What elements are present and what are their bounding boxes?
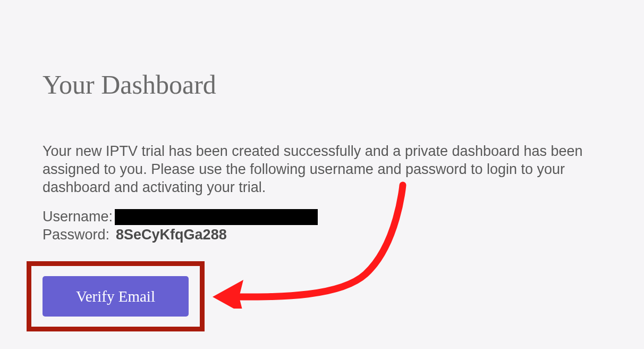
password-row: Password: 8SeCyKfqGa288 bbox=[43, 226, 601, 244]
intro-paragraph: Your new IPTV trial has been created suc… bbox=[43, 143, 584, 196]
password-value: 8SeCyKfqGa288 bbox=[116, 226, 227, 244]
page-title: Your Dashboard bbox=[43, 69, 601, 100]
username-label: Username: bbox=[43, 208, 113, 226]
password-label: Password: bbox=[43, 226, 109, 244]
username-row: Username: bbox=[43, 208, 601, 226]
verify-email-button[interactable]: Verify Email bbox=[43, 276, 189, 317]
username-redacted bbox=[115, 209, 318, 225]
